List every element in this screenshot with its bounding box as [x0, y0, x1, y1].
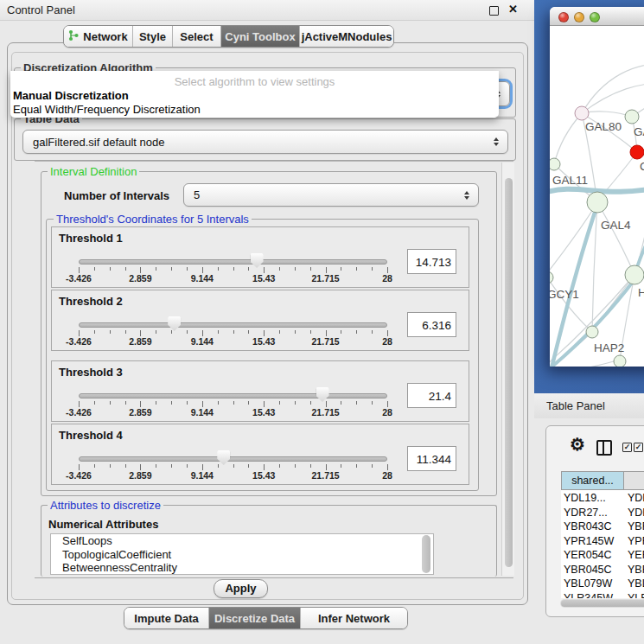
- network-node-c[interactable]: [630, 145, 644, 159]
- table-panel-inner: ⚙ ✓ ✓ shared...n YDL19...YDL1YDR27...YDR…: [545, 425, 644, 617]
- tab-network[interactable]: Network: [64, 26, 133, 47]
- panel-scrollbar-track[interactable]: [501, 163, 514, 576]
- network-node-gal11[interactable]: [550, 158, 560, 170]
- table-column-header[interactable]: shared...: [561, 471, 624, 490]
- threshold-value-field[interactable]: 14.713: [407, 249, 456, 274]
- threshold-slider-thumb[interactable]: [217, 450, 230, 465]
- slider-tick-label: 9.144: [175, 407, 230, 418]
- attribute-list-item[interactable]: SelfLoops: [51, 534, 433, 548]
- threshold-slider-thumb[interactable]: [251, 253, 264, 268]
- threshold-slider-track[interactable]: [79, 259, 387, 265]
- algorithm-option-equal-width[interactable]: Equal Width/Frequency Discretization: [13, 103, 201, 116]
- threshold-slider-thumb[interactable]: [168, 316, 181, 331]
- table-row[interactable]: YER054CYER0: [561, 548, 644, 563]
- network-edge[interactable]: [582, 64, 644, 113]
- network-edge[interactable]: [635, 223, 644, 272]
- tab-infer-network[interactable]: Infer Network: [301, 608, 407, 628]
- network-node-label: GAL11: [552, 174, 588, 187]
- attributes-list-scrollbar[interactable]: [422, 535, 430, 573]
- tab-select[interactable]: Select: [173, 26, 221, 47]
- table-cell: YDL1: [628, 491, 644, 506]
- table-hscrollbar-thumb[interactable]: [561, 600, 644, 607]
- threshold-label: Threshold 3: [59, 366, 123, 379]
- threshold-slider-track[interactable]: [79, 393, 387, 399]
- threshold-value-field[interactable]: 21.4: [407, 383, 456, 408]
- close-icon[interactable]: ✕: [508, 3, 518, 16]
- threshold-block: Threshold 2-3.4262.8599.14415.4321.71528…: [51, 290, 469, 351]
- threshold-value-field[interactable]: 11.344: [407, 446, 456, 471]
- network-edge[interactable]: [597, 202, 634, 275]
- split-table-icon[interactable]: [596, 440, 612, 456]
- network-node-gal4[interactable]: [587, 192, 608, 213]
- attribute-list-item[interactable]: TopologicalCoefficient: [51, 548, 433, 562]
- threshold-slider-thumb[interactable]: [316, 387, 329, 402]
- float-window-icon[interactable]: [489, 6, 499, 16]
- panel-scrollbar-thumb[interactable]: [505, 178, 513, 567]
- network-node-hap2[interactable]: [586, 326, 598, 338]
- table-row[interactable]: YBR043CYBR0: [561, 520, 644, 534]
- tab-label: Impute Data: [134, 612, 198, 625]
- slider-tick: [248, 267, 249, 271]
- tab-label: Infer Network: [318, 612, 390, 625]
- minimize-traffic-light-icon[interactable]: [574, 12, 584, 22]
- tab-cyni-toolbox[interactable]: Cyni Toolbox: [221, 26, 300, 47]
- network-edge[interactable]: [552, 205, 597, 367]
- table-hscrollbar-track[interactable]: [560, 599, 644, 608]
- tab-discretize-data[interactable]: Discretize Data: [209, 608, 301, 628]
- slider-tick: [140, 267, 141, 273]
- threshold-label: Threshold 1: [59, 232, 123, 245]
- table-column-header[interactable]: n: [624, 471, 644, 490]
- num-intervals-spinner[interactable]: 5: [183, 183, 479, 207]
- table-data-combobox[interactable]: galFiltered.sif default node: [22, 130, 508, 154]
- table-row[interactable]: YLR345WYLR3: [561, 591, 644, 599]
- table-row[interactable]: YBR045CYBR0: [561, 563, 644, 577]
- algorithm-placeholder-option[interactable]: Select algorithm to view settings: [10, 75, 499, 88]
- attributes-group-title: Attributes to discretize: [48, 499, 163, 512]
- threshold-block: Threshold 4-3.4262.8599.14415.4321.71528…: [51, 424, 469, 485]
- table-cell: YLR345W: [564, 591, 622, 599]
- tab-style[interactable]: Style: [133, 26, 173, 47]
- tab-impute-data[interactable]: Impute Data: [124, 608, 209, 628]
- slider-tick: [202, 330, 203, 336]
- slider-tick: [140, 464, 141, 470]
- zoom-traffic-light-icon[interactable]: [590, 12, 600, 22]
- table-cell: YBL079W: [564, 577, 622, 591]
- table-row[interactable]: YBL079WYBL0: [561, 577, 644, 591]
- network-edge[interactable]: [582, 112, 632, 117]
- slider-tick: [372, 330, 373, 334]
- network-edge[interactable]: [550, 202, 597, 277]
- table-cell: YDR2: [628, 506, 644, 520]
- slider-tick-label: -3.426: [51, 273, 106, 284]
- table-row[interactable]: YPR145WYPR1: [561, 534, 644, 549]
- algorithm-option-manual[interactable]: Manual Discretization: [13, 89, 129, 102]
- slider-tick: [295, 401, 296, 405]
- apply-button[interactable]: Apply: [214, 579, 268, 598]
- table-row[interactable]: YDL19...YDL1: [561, 491, 644, 506]
- network-window-titlebar: [550, 7, 644, 26]
- show-column-checkbox-icon[interactable]: ✓: [622, 443, 632, 452]
- slider-tick: [248, 330, 249, 334]
- tab-jactivemnodules[interactable]: jActiveMNodules: [300, 26, 393, 47]
- attribute-list-item[interactable]: BetweennessCentrality: [51, 561, 433, 575]
- network-node-gcy1[interactable]: [550, 271, 553, 284]
- threshold-slider-track[interactable]: [79, 456, 387, 462]
- network-node-ga[interactable]: [625, 110, 639, 124]
- threshold-label: Threshold 2: [59, 295, 123, 308]
- gear-icon[interactable]: ⚙: [570, 434, 585, 455]
- network-edge[interactable]: [554, 113, 582, 164]
- network-node-h[interactable]: [625, 265, 644, 284]
- table-row[interactable]: YDR27...YDR2: [561, 506, 644, 520]
- slider-tick: [387, 464, 388, 470]
- close-traffic-light-icon[interactable]: [558, 12, 569, 22]
- network-node[interactable]: [614, 355, 626, 367]
- threshold-slider-track[interactable]: [79, 322, 387, 328]
- network-canvas[interactable]: GAL80GACGAL11GAL4GCY1HHAP2: [550, 26, 644, 367]
- show-column-checkbox-icon[interactable]: ✓: [634, 443, 643, 452]
- node-table[interactable]: shared...n YDL19...YDL1YDR27...YDR2YBR04…: [561, 471, 644, 598]
- slider-tick: [233, 464, 234, 468]
- tab-label: jActiveMNodules: [302, 30, 392, 43]
- slider-tick: [310, 330, 311, 334]
- numerical-attributes-list[interactable]: SelfLoopsTopologicalCoefficientBetweenne…: [50, 533, 434, 575]
- threshold-value-field[interactable]: 6.316: [407, 312, 456, 337]
- network-node-gal80[interactable]: [575, 106, 589, 120]
